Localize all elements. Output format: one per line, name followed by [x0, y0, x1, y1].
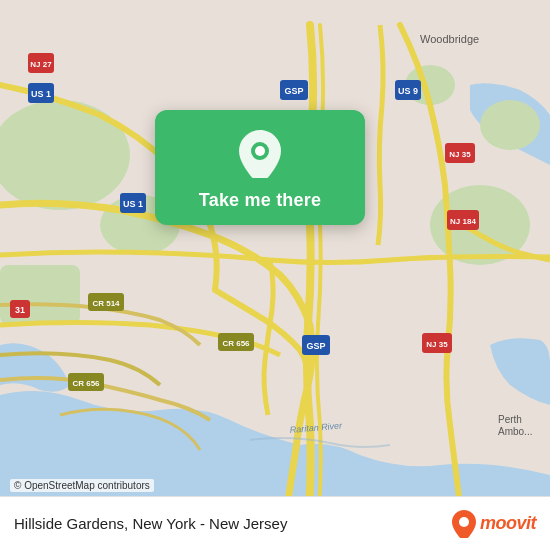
- take-me-there-button[interactable]: Take me there: [199, 190, 321, 211]
- location-title: Hillside Gardens, New York - New Jersey: [14, 515, 287, 532]
- svg-text:US 1: US 1: [31, 89, 51, 99]
- svg-text:US 9: US 9: [398, 86, 418, 96]
- svg-text:NJ 35: NJ 35: [426, 340, 448, 349]
- bottom-bar: Hillside Gardens, New York - New Jersey …: [0, 496, 550, 550]
- svg-text:GSP: GSP: [284, 86, 303, 96]
- location-pin-icon: [239, 130, 281, 178]
- svg-text:31: 31: [15, 305, 25, 315]
- svg-text:Woodbridge: Woodbridge: [420, 33, 479, 45]
- svg-text:Perth: Perth: [498, 414, 522, 425]
- svg-point-39: [459, 517, 469, 527]
- moovit-pin-icon: [452, 510, 476, 538]
- svg-text:CR 656: CR 656: [222, 339, 250, 348]
- svg-point-38: [255, 146, 265, 156]
- svg-text:NJ 35: NJ 35: [449, 150, 471, 159]
- osm-attribution: © OpenStreetMap contributors: [10, 479, 154, 492]
- pin-icon-wrap: [234, 128, 286, 180]
- svg-text:NJ 27: NJ 27: [30, 60, 52, 69]
- moovit-logo: moovit: [452, 510, 536, 538]
- location-card[interactable]: Take me there: [155, 110, 365, 225]
- svg-text:GSP: GSP: [306, 341, 325, 351]
- svg-text:NJ 184: NJ 184: [450, 217, 476, 226]
- svg-point-4: [480, 100, 540, 150]
- svg-text:US 1: US 1: [123, 199, 143, 209]
- svg-text:CR 514: CR 514: [92, 299, 120, 308]
- svg-text:CR 656: CR 656: [72, 379, 100, 388]
- moovit-brand-name: moovit: [480, 513, 536, 534]
- map-container: US 1 US 1 NJ 27 US 9 GSP GSP NJ 35 NJ 35…: [0, 0, 550, 550]
- svg-text:Ambo...: Ambo...: [498, 426, 532, 437]
- map-background: US 1 US 1 NJ 27 US 9 GSP GSP NJ 35 NJ 35…: [0, 0, 550, 550]
